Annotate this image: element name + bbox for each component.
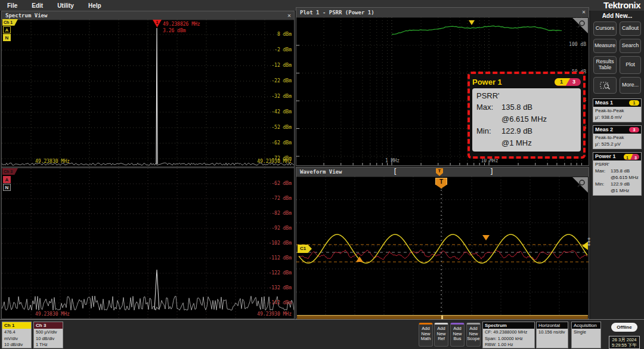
close-icon[interactable]: ✕: [287, 11, 291, 20]
callout-header: Power 1 1 3: [472, 75, 581, 88]
max-frequency: @6.615 MHz: [611, 174, 639, 181]
ch1-spectrum-scale: 10 dB/div: [4, 342, 29, 348]
power1-name: Power 1: [595, 153, 616, 160]
callout-button[interactable]: Callout: [620, 21, 641, 36]
spectrum1-normal-trace-flag[interactable]: N: [3, 34, 11, 41]
ch3-badge[interactable]: Ch 3 500 µV/div 10 dB/div 1 THz: [33, 322, 63, 348]
spectrum-badge-header: Spectrum: [483, 322, 534, 329]
callout-body: PSRR' Max:135.8 dB @6.615 MHz Min:122.9 …: [472, 88, 581, 152]
meas1-name: Meas 1: [595, 99, 613, 107]
source-3: 3: [572, 79, 575, 85]
menu-utility[interactable]: Utility: [50, 2, 81, 9]
ch3-bandwidth: 1 THz: [36, 342, 61, 348]
meas2-badge[interactable]: Meas 2 3 Peak-to-Peak µ': 525.2 µV: [593, 125, 642, 149]
power1-measurement-callout[interactable]: Power 1 1 3 PSRR' Max:135.8 dB @6.615 MH…: [467, 72, 586, 159]
zoom-corner-icon[interactable]: [572, 177, 588, 193]
plot-peak-marker[interactable]: [469, 20, 475, 25]
y-axis-label: 100 dB: [569, 42, 586, 47]
x-axis-end-label: 49.23930 MHz: [257, 312, 292, 317]
acquisition-badge-header: Acquisition: [572, 322, 600, 329]
y-axis-label: -122 dBm: [268, 271, 292, 276]
results-table-button[interactable]: Results Table: [593, 56, 617, 74]
source-1: 1: [560, 79, 563, 85]
y-axis-label: -22 dBm: [271, 79, 292, 84]
add-new-scope-button[interactable]: Add New Scope: [466, 323, 481, 347]
min-value: 122.9 dB: [611, 181, 630, 187]
y-axis-label: -2 dBm: [274, 48, 292, 52]
meas1-type: Peak-to-Peak: [595, 107, 639, 114]
search-button[interactable]: Search: [620, 39, 641, 53]
acquisition-badge[interactable]: Acquisition Single: [571, 322, 601, 348]
close-icon[interactable]: ✕: [582, 8, 586, 16]
meas1-source-pill: 1: [629, 100, 639, 106]
ch3-scale: 500 µV/div: [36, 329, 61, 336]
marker-frequency-readout: 49.238826 MHz: [163, 22, 200, 27]
sidebar-drag-handle[interactable]: ●●●: [587, 237, 590, 258]
y-axis-label: -62 dBm: [271, 181, 292, 186]
marker-amplitude-readout: 3.26 dBm: [163, 29, 186, 33]
meas2-source-pill: 3: [629, 127, 639, 132]
offline-button[interactable]: Offline: [611, 323, 637, 332]
measure-button[interactable]: Measure: [593, 39, 617, 53]
ch1-badge[interactable]: Ch 1 476.4 mV/div 10 dB/div 1 THz: [2, 322, 32, 348]
meas2-name: Meas 2: [595, 126, 613, 134]
spectrum-view-titlebar[interactable]: Spectrum View ✕: [2, 11, 294, 20]
y-axis-label: -92 dBm: [271, 226, 292, 231]
sidebar-button-grid: Cursors Callout Measure Search Results T…: [590, 21, 644, 94]
datetime-display[interactable]: 26 3月 2024 5:29:55 下午: [609, 336, 640, 349]
ch3-header: Ch 3: [34, 322, 63, 329]
source-badge: 1 3: [555, 78, 581, 86]
source-1: 1: [626, 154, 628, 160]
meas1-badge[interactable]: Meas 1 1 Peak-to-Peak µ': 938.6 mV: [593, 98, 642, 122]
measurement-name: PSRR': [476, 90, 577, 101]
x-axis-start-label: 49.23830 MHz: [35, 312, 70, 317]
ch1-scale: 476.4 mV/div: [4, 329, 29, 342]
zoom-window-left-bracket[interactable]: [: [393, 168, 397, 176]
date: 26 3月 2024: [609, 337, 639, 342]
power1-source-pill: 1 3: [624, 154, 639, 160]
min-label: Min:: [595, 181, 611, 187]
span: Span: 1.00000 kHz: [485, 336, 532, 342]
more-button[interactable]: More...: [620, 77, 641, 94]
waveform-view-title: Waveform View: [300, 169, 342, 175]
max-frequency: @6.615 MHz: [501, 113, 547, 125]
zoom-select-button[interactable]: [593, 77, 617, 94]
application-window: File Edit Utility Help Tektronix Spectru…: [0, 0, 644, 349]
spectrum2-graph: [2, 168, 294, 319]
plot-button[interactable]: Plot: [620, 56, 641, 74]
horizontal-badge[interactable]: Horizontal 10.156 ns/div: [536, 322, 568, 348]
spectrum-settings-badge[interactable]: Spectrum CF: 49.2388000 MHz Span: 1.0000…: [482, 322, 535, 348]
max-value: 135.8 dB: [611, 168, 630, 174]
add-new-bus-button[interactable]: Add New Bus: [450, 323, 465, 347]
y-axis-label: -62 dBm: [271, 141, 292, 146]
add-new-ref-button[interactable]: Add New Ref: [434, 323, 448, 347]
y-axis-label: 8 dBm: [277, 32, 292, 37]
psrr-plot-title: Plot 1 - PSRR (Power 1): [300, 10, 374, 16]
max-label: Max:: [595, 168, 611, 174]
power1-badge[interactable]: Power 1 1 3 PSRR' Max:135.8 dB @6.615 MH…: [593, 152, 642, 196]
zoom-window-right-bracket[interactable]: ]: [490, 168, 494, 176]
power1-type: PSRR': [595, 161, 639, 168]
source-3: 3: [634, 154, 637, 160]
marker-triangle-up[interactable]: [356, 257, 363, 262]
add-new-math-button[interactable]: Add New Math: [419, 323, 433, 347]
waveform-view-panel: Waveform View [ ] T T C1: [296, 167, 589, 319]
y-axis-label: -42 dBm: [271, 110, 292, 115]
zoom-corner-icon[interactable]: [572, 18, 588, 33]
acquisition-mode: Single: [574, 329, 599, 336]
spectrum2-average-trace-flag[interactable]: A: [3, 176, 11, 183]
marker-triangle-down[interactable]: [482, 235, 490, 240]
menu-file[interactable]: File: [0, 2, 24, 9]
horizontal-scale: 10.156 ns/div: [538, 329, 566, 336]
menu-help[interactable]: Help: [81, 2, 109, 9]
spectrum1-graph: [2, 20, 294, 166]
y-axis-label: -132 dBm: [268, 286, 292, 291]
menu-edit[interactable]: Edit: [24, 2, 50, 9]
y-axis-label: -82 dBm: [271, 211, 292, 216]
time: 5:29:55 下午: [609, 342, 639, 348]
psrr-plot-titlebar[interactable]: Plot 1 - PSRR (Power 1) ✕: [296, 8, 589, 18]
spectrum1-average-trace-flag[interactable]: A: [3, 26, 11, 33]
x-axis-label: 10 MHz: [473, 159, 506, 163]
spectrum2-normal-trace-flag[interactable]: N: [3, 184, 11, 191]
cursors-button[interactable]: Cursors: [593, 21, 617, 36]
